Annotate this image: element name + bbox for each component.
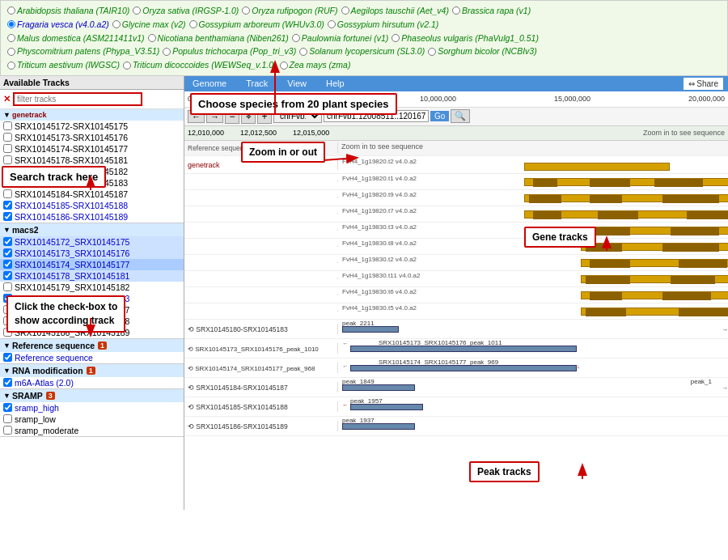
species-triticum-aest[interactable]: Triticum aestivum (IWGSC) (7, 58, 120, 72)
track-checkbox-sramp-low[interactable] (3, 414, 12, 423)
species-sorghum[interactable]: Sorghum bicolor (NCBIv3) (428, 45, 537, 58)
species-triticum-dic-radio[interactable] (123, 62, 131, 70)
species-fragaria[interactable]: Fragaria vesca (v4.0.a2) (7, 18, 109, 32)
menu-bar-right: ⇔ Share (684, 78, 723, 90)
species-oryza-sativa[interactable]: Oryza sativa (IRGSP-1.0) (133, 4, 239, 18)
macs2-section-header[interactable]: ▼ macs2 (0, 223, 184, 236)
species-triticum-dic[interactable]: Triticum dicoccoides (WEWSeq_v.1.0) (123, 58, 277, 72)
species-oryza-ruf[interactable]: Oryza rufipogon (RUF) (242, 4, 337, 18)
track-checkbox-srx173-176[interactable] (3, 133, 12, 142)
track-checkbox-srx172-175[interactable] (3, 121, 12, 130)
species-zea-label: Zea mays (zma) (290, 58, 351, 72)
refseq-badge: 1 (98, 342, 107, 350)
gene-row7-content: FvH4_1g19830.t2 v4.0.a2 (338, 254, 728, 270)
peak-label-186-189: ⟲ SRX10145186-SRX10145189 (184, 421, 338, 431)
gene-track-row-7: FvH4_1g19830.t2 v4.0.a2 (184, 255, 728, 271)
species-brassica-label: Brassica rapa (v1) (462, 4, 531, 18)
track-checkbox-srx185-188[interactable] (3, 201, 12, 210)
track-item-m178-181: SRX10145178_SRX10145181 (0, 270, 184, 282)
share-button[interactable]: ⇔ Share (684, 78, 723, 90)
species-oryza-sativa-radio[interactable] (133, 6, 141, 15)
species-nicotiana-radio[interactable] (148, 34, 156, 42)
peak-label-1937: peak_1937 (342, 418, 375, 424)
species-sorghum-radio[interactable] (428, 48, 436, 56)
filter-box: ✕ (0, 90, 184, 109)
rna-mod-section-header[interactable]: ▼ RNA modification 1 (0, 364, 184, 377)
species-oryza-sativa-label: Oryza sativa (IRGSP-1.0) (142, 4, 239, 18)
species-populus-radio[interactable] (163, 48, 171, 56)
genetrack-section-header[interactable]: ▼ genetrack (0, 109, 184, 121)
gene-track-row-9: FvH4_1g19830.t6 v4.0.a2 (184, 287, 728, 303)
rna-mod-arrow-icon: ▼ (3, 367, 11, 375)
peak-content-180-183: peak_2211 peak_221 → (338, 320, 728, 337)
species-gossypium-arb-label: Gossypium arboreum (WHUv3.0) (199, 18, 324, 32)
species-glycine[interactable]: Glycine max (v2) (112, 18, 186, 32)
track-checkbox-m173-176[interactable] (3, 248, 12, 257)
species-solanum[interactable]: Solanum lycopersicum (SL3.0) (299, 45, 425, 58)
menu-view[interactable]: View (284, 78, 310, 89)
gene-row5-label (184, 229, 338, 231)
gene-row8-content: FvH4_1g19830.t11 v4.0.a2 (338, 270, 728, 286)
peak-label-1011: SRX10145173_SRX10145176_peak_1011 (379, 340, 502, 346)
species-glycine-radio[interactable] (112, 20, 121, 28)
gene-row9-content: FvH4_1g19830.t6 v4.0.a2 (338, 286, 728, 303)
track-checkbox-srx186-189[interactable] (3, 212, 12, 221)
species-populus[interactable]: Populus trichocarpa (Pop_tri_v3) (163, 45, 296, 58)
species-malus[interactable]: Malus domestica (ASM211411v1) (7, 32, 145, 45)
species-brassica[interactable]: Brassica rapa (v1) (452, 4, 531, 18)
filter-clear-button[interactable]: ✕ (3, 94, 11, 104)
gene-block-3 (524, 194, 728, 202)
peak-label-text-4: ⟲ SRX10145184-SRX10145187 (188, 384, 288, 392)
species-gossypium-arb[interactable]: Gossypium arboreum (WHUv3.0) (189, 18, 324, 32)
track-checkbox-m6a[interactable] (3, 378, 12, 387)
rna-mod-badge: 1 (87, 367, 95, 375)
species-triticum-aest-radio[interactable] (7, 62, 15, 70)
species-aegilops[interactable]: Aegilops tauschii (Aet_v4) (341, 4, 449, 18)
track-checkbox-refseq[interactable] (3, 353, 12, 362)
species-callout-text: Choose species from 20 plant species (198, 98, 389, 110)
track-checkbox-srx184-187[interactable] (3, 189, 12, 198)
species-gossypium-arb-radio[interactable] (189, 20, 197, 28)
sramp-section-header[interactable]: ▼ SRAMP 3 (0, 389, 184, 402)
species-aegilops-radio[interactable] (341, 6, 349, 15)
sramp-section-label: SRAMP (12, 391, 43, 401)
track-checkbox-sramp-moderate[interactable] (3, 426, 12, 435)
species-arabidopsis-radio[interactable] (7, 6, 15, 15)
track-checkbox-m174-177[interactable] (3, 260, 12, 269)
species-zea[interactable]: Zea mays (zma) (280, 58, 351, 72)
menu-genome[interactable]: Genome (189, 78, 230, 89)
species-malus-radio[interactable] (7, 34, 15, 42)
species-gossypium-hir-radio[interactable] (328, 20, 336, 28)
gene-row2-content: FvH4_1g19820.t1 v4.0.a2 (338, 173, 728, 189)
species-zea-radio[interactable] (280, 62, 288, 70)
species-phaseolus[interactable]: Phaseolus vulgaris (PhaVulg1_0.51) (392, 32, 539, 45)
menu-help[interactable]: Help (323, 78, 348, 89)
track-checkbox-m179-182[interactable] (3, 282, 12, 291)
species-paulownia-radio[interactable] (292, 34, 300, 42)
track-checkbox-srx174-177[interactable] (3, 144, 12, 153)
species-arabidopsis[interactable]: Arabidopsis thaliana (TAIR10) (7, 4, 129, 18)
gene-name-9: FvH4_1g19830.t6 v4.0.a2 (342, 288, 417, 295)
track-checkbox-srx178-181[interactable] (3, 155, 12, 164)
species-fragaria-radio[interactable] (7, 20, 15, 28)
menu-track[interactable]: Track (243, 78, 271, 89)
peak-row-185-188: ⟲ SRX10145185-SRX10145188 ← peak_1957 pe… (184, 397, 728, 417)
gene-block-10 (581, 308, 728, 316)
species-brassica-radio[interactable] (452, 6, 460, 15)
search-icon-button[interactable]: 🔍 (451, 109, 470, 123)
refseq-track-content: Zoom in to see sequence (338, 141, 728, 155)
species-solanum-radio[interactable] (299, 48, 307, 56)
species-phaseolus-radio[interactable] (392, 34, 400, 42)
species-gossypium-hir[interactable]: Gossypium hirsutum (v2.1) (328, 18, 438, 32)
species-paulownia[interactable]: Paulownia fortunei (v1) (292, 32, 388, 45)
species-nicotiana[interactable]: Nicotiana benthamiana (Niben261) (148, 32, 289, 45)
species-physco-radio[interactable] (7, 48, 15, 56)
go-button[interactable]: Go (430, 111, 449, 121)
track-checkbox-m178-181[interactable] (3, 271, 12, 280)
refseq-section-header[interactable]: ▼ Reference sequence 1 (0, 339, 184, 352)
track-checkbox-m172-175[interactable] (3, 237, 12, 246)
species-physco[interactable]: Physcomitrium patens (Phypa_V3.51) (7, 45, 159, 58)
track-checkbox-sramp-high[interactable] (3, 403, 12, 412)
species-oryza-ruf-radio[interactable] (242, 6, 250, 15)
filter-input[interactable] (13, 92, 142, 106)
